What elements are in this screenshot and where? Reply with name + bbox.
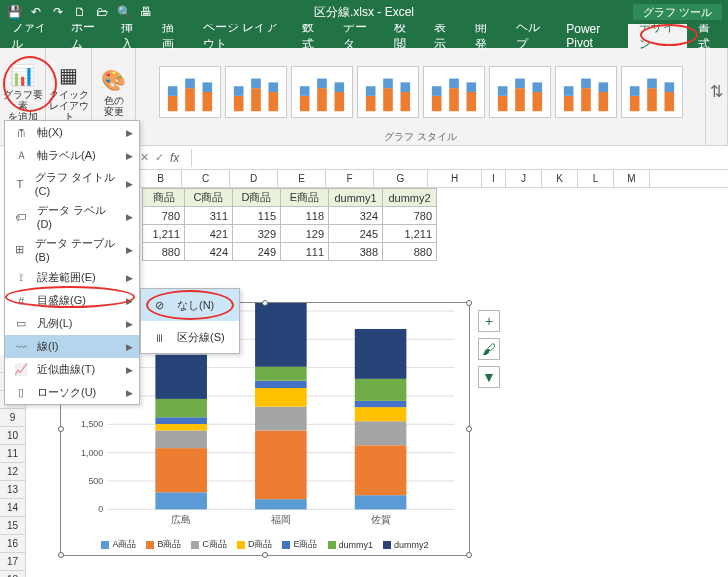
chart-style-thumb[interactable] <box>159 66 221 118</box>
data-table[interactable]: 商品C商品D商品E商品dummy1dummy278031111511832478… <box>142 188 437 261</box>
chart-style-thumb[interactable] <box>621 66 683 118</box>
switch-row-col-button[interactable]: ⇅ <box>710 82 723 101</box>
chart-plus-icon[interactable]: + <box>478 310 500 332</box>
table-cell[interactable]: 115 <box>233 207 281 225</box>
redo-icon[interactable]: ↷ <box>48 2 68 22</box>
menu-item[interactable]: ▭凡例(L)▶ <box>5 312 139 335</box>
table-header-cell[interactable]: E商品 <box>281 189 329 207</box>
row-header[interactable]: 16 <box>0 535 25 553</box>
table-header-cell[interactable]: C商品 <box>185 189 233 207</box>
col-header[interactable]: B <box>140 170 182 187</box>
open-icon[interactable]: 🗁 <box>92 2 112 22</box>
chart-style-thumb[interactable] <box>225 66 287 118</box>
menu-item[interactable]: Ａ軸ラベル(A)▶ <box>5 144 139 167</box>
quick-layout-button[interactable]: ▦ クイック レイアウト <box>49 61 89 122</box>
table-cell[interactable]: 311 <box>185 207 233 225</box>
svg-text:0: 0 <box>98 504 103 514</box>
formula-buttons[interactable]: ✕✓ <box>140 151 164 164</box>
resize-handle[interactable] <box>58 426 64 432</box>
col-header[interactable]: D <box>230 170 278 187</box>
resize-handle[interactable] <box>58 552 64 558</box>
table-cell[interactable]: 388 <box>329 243 383 261</box>
row-header[interactable]: 17 <box>0 553 25 571</box>
row-header[interactable]: 15 <box>0 517 25 535</box>
chart-brush-icon[interactable]: 🖌 <box>478 338 500 360</box>
table-header-cell[interactable]: dummy2 <box>383 189 437 207</box>
col-header[interactable]: H <box>428 170 482 187</box>
resize-handle[interactable] <box>466 552 472 558</box>
table-cell[interactable]: 1,211 <box>143 225 185 243</box>
table-cell[interactable]: 880 <box>143 243 185 261</box>
table-header-cell[interactable]: D商品 <box>233 189 281 207</box>
row-header[interactable]: 18 <box>0 571 25 577</box>
menu-item[interactable]: Tグラフ タイトル(C)▶ <box>5 167 139 200</box>
col-header[interactable]: C <box>182 170 230 187</box>
chart-style-thumb[interactable] <box>423 66 485 118</box>
change-colors-button[interactable]: 🎨 色の 変更 <box>94 67 134 117</box>
table-cell[interactable]: 324 <box>329 207 383 225</box>
chart-style-thumb[interactable] <box>489 66 551 118</box>
menu-item[interactable]: #目盛線(G)▶ <box>5 289 139 312</box>
menu-item[interactable]: 📈近似曲線(T)▶ <box>5 358 139 381</box>
svg-rect-23 <box>400 82 410 92</box>
menu-item[interactable]: 🏷データ ラベル(D)▶ <box>5 200 139 233</box>
table-cell[interactable]: 111 <box>281 243 329 261</box>
resize-handle[interactable] <box>262 552 268 558</box>
table-header-cell[interactable]: 商品 <box>143 189 185 207</box>
preview-icon[interactable]: 🔍 <box>114 2 134 22</box>
submenu-item[interactable]: ⊘なし(N) <box>141 289 239 321</box>
col-header[interactable]: E <box>278 170 326 187</box>
col-header[interactable]: K <box>542 170 578 187</box>
col-header[interactable]: L <box>578 170 614 187</box>
table-cell[interactable]: 780 <box>143 207 185 225</box>
menu-item[interactable]: ⊞データ テーブル(B)▶ <box>5 233 139 266</box>
resize-handle[interactable] <box>262 300 268 306</box>
add-chart-element-button[interactable]: 📊 グラフ要素 を追加 <box>3 61 43 122</box>
table-header-cell[interactable]: dummy1 <box>329 189 383 207</box>
row-header[interactable]: 9 <box>0 409 25 427</box>
table-cell[interactable]: 249 <box>233 243 281 261</box>
table-cell[interactable]: 245 <box>329 225 383 243</box>
submenu-item-label: なし(N) <box>177 298 214 313</box>
table-cell[interactable]: 129 <box>281 225 329 243</box>
new-icon[interactable]: 🗋 <box>70 2 90 22</box>
menu-item[interactable]: ⫚軸(X)▶ <box>5 121 139 144</box>
fx-label[interactable]: fx <box>164 151 185 165</box>
table-cell[interactable]: 118 <box>281 207 329 225</box>
table-cell[interactable]: 1,211 <box>383 225 437 243</box>
menu-item[interactable]: 〰線(I)▶ <box>5 335 139 358</box>
row-header[interactable]: 10 <box>0 427 25 445</box>
resize-handle[interactable] <box>466 426 472 432</box>
resize-handle[interactable] <box>466 300 472 306</box>
menu-item-label: 誤差範囲(E) <box>37 270 96 285</box>
undo-icon[interactable]: ↶ <box>26 2 46 22</box>
lines-submenu[interactable]: ⊘なし(N)⫼区分線(S) <box>140 288 240 354</box>
row-header[interactable]: 14 <box>0 499 25 517</box>
chart-filter-icon[interactable]: ▼ <box>478 366 500 388</box>
row-header[interactable]: 12 <box>0 463 25 481</box>
col-header[interactable]: I <box>482 170 506 187</box>
row-header[interactable]: 11 <box>0 445 25 463</box>
table-cell[interactable]: 880 <box>383 243 437 261</box>
menu-item[interactable]: ▯ローソク(U)▶ <box>5 381 139 404</box>
submenu-item[interactable]: ⫼区分線(S) <box>141 321 239 353</box>
save-icon[interactable]: 💾 <box>4 2 24 22</box>
table-cell[interactable]: 329 <box>233 225 281 243</box>
submenu-arrow-icon: ▶ <box>126 388 133 398</box>
row-header[interactable]: 13 <box>0 481 25 499</box>
chart-element-menu[interactable]: ⫚軸(X)▶Ａ軸ラベル(A)▶Tグラフ タイトル(C)▶🏷データ ラベル(D)▶… <box>4 120 140 405</box>
chart-style-gallery[interactable] <box>155 62 687 122</box>
col-header[interactable]: G <box>374 170 428 187</box>
chart-style-thumb[interactable] <box>291 66 353 118</box>
col-header[interactable]: F <box>326 170 374 187</box>
table-cell[interactable]: 424 <box>185 243 233 261</box>
menu-item[interactable]: ⟟誤差範囲(E)▶ <box>5 266 139 289</box>
chart-style-thumb[interactable] <box>357 66 419 118</box>
col-header[interactable]: J <box>506 170 542 187</box>
print-icon[interactable]: 🖶 <box>136 2 156 22</box>
column-headers[interactable]: BCDEFGHIJKLM <box>140 170 728 188</box>
table-cell[interactable]: 421 <box>185 225 233 243</box>
chart-style-thumb[interactable] <box>555 66 617 118</box>
col-header[interactable]: M <box>614 170 650 187</box>
table-cell[interactable]: 780 <box>383 207 437 225</box>
